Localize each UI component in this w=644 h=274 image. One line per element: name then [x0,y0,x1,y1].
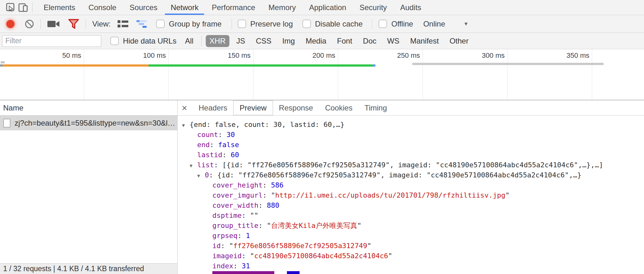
tree-segment-key: 0 [205,171,209,179]
toolbar-separator-2 [86,19,86,29]
tree-segment-str: cc48190e57100864abc4d55a2c4104c6 [254,252,388,260]
tree-segment-plain: " [229,242,233,250]
disable-cache-checkbox[interactable] [302,20,311,28]
request-row[interactable]: zj?ch=beauty&t1=595&listtype=new&sn=30&l… [0,116,177,130]
name-column-header[interactable]: Name [0,100,177,116]
tab-memory[interactable]: Memory [262,0,303,15]
filter-funnel-icon[interactable] [68,19,79,29]
tab-security[interactable]: Security [353,0,394,15]
waterfall-view-icon[interactable] [137,20,148,28]
content-download-bar [149,64,373,67]
panel-tabs: ElementsConsoleSourcesNetworkPerformance… [37,0,428,15]
timeline-tick-label: 150 ms [181,51,251,60]
hide-data-urls-checkbox[interactable] [110,37,119,45]
timeline-gridline [338,49,338,100]
queued-segment [0,64,3,67]
tree-segment-key: dsptime [212,211,242,219]
detail-tab-timing[interactable]: Timing [358,100,393,115]
detail-tab-cookies[interactable]: Cookies [319,100,359,115]
offline-checkbox[interactable] [379,20,387,28]
tree-segment-plain: " [267,222,271,229]
tab-sources[interactable]: Sources [123,0,164,15]
detail-tab-response[interactable]: Response [273,100,319,115]
tree-segment-plain: " [271,191,275,199]
toolbar-separator-3 [232,19,232,29]
filter-type-other[interactable]: Other [446,35,472,47]
timeline-gridline [253,49,253,100]
group-by-frame-label[interactable]: Group by frame [169,20,222,28]
tree-segment-plain: " [388,252,392,260]
tree-line: group_title: "台湾美女Kila户外唯美写真" [178,221,644,231]
devtools-window: ElementsConsoleSourcesNetworkPerformance… [0,0,644,274]
expand-arrow-icon[interactable]: ▼ [182,120,190,130]
disable-cache-label[interactable]: Disable cache [315,20,363,28]
tree-segment-key: cover_height [212,181,263,189]
requests-summary: 1 / 32 requests | 4.1 KB / 4.1 KB transf… [3,265,144,273]
tree-segment-num: false [218,141,239,149]
tree-segment-num: 60 [231,151,239,159]
name-column-label: Name [3,104,23,112]
timeline-overview[interactable]: 50 ms100 ms150 ms200 ms250 ms300 ms350 m… [0,49,644,100]
tree-segment-key: list [197,161,214,169]
group-by-frame-checkbox[interactable] [156,20,165,28]
throttling-select[interactable]: Online ▼ [423,20,468,28]
filter-input[interactable] [2,35,101,47]
tree-segment-plain: : [233,262,242,270]
inspect-icon[interactable] [4,2,17,13]
tree-segment-plain: : [242,252,250,260]
network-toolbar: View: Group by frame Preserve log [0,15,644,33]
detail-tabs: HeadersPreviewResponseCookiesTiming [193,100,393,115]
screenshot-camera-icon[interactable] [47,20,60,28]
network-filterbar: Hide data URLs AllXHRJSCSSImgMediaFontDo… [0,33,644,49]
hide-data-urls-label[interactable]: Hide data URLs [123,37,176,45]
tree-segment-plain: : [263,181,271,189]
filter-type-css[interactable]: CSS [252,35,275,47]
tree-segment-plain: : [258,222,267,229]
close-icon[interactable]: × [178,100,193,115]
preserve-log-checkbox[interactable] [238,20,246,28]
filter-type-img[interactable]: Img [278,35,299,47]
tree-line: ▼{end: false, count: 30, lastid: 60,…} [178,120,644,130]
tree-segment-plain: : [209,171,217,179]
throttling-value: Online [423,20,445,28]
tab-audits[interactable]: Audits [393,0,428,15]
tree-segment-key: cover_width [212,201,258,209]
offline-label[interactable]: Offline [391,20,413,28]
filter-type-manifest[interactable]: Manifest [406,35,443,47]
filter-type-font[interactable]: Font [333,35,356,47]
request-name: zj?ch=beauty&t1=595&listtype=new&sn=30&l… [15,119,175,128]
expand-arrow-icon[interactable]: ▼ [197,171,205,181]
filter-type-xhr[interactable]: XHR [206,35,229,47]
tree-line: grpseq: 1 [178,231,644,241]
expand-arrow-icon[interactable]: ▼ [190,161,197,171]
device-toolbar-icon[interactable] [17,2,30,13]
tree-segment-key: count [197,131,218,139]
tree-segment-plain: : [263,191,271,199]
filter-type-media[interactable]: Media [302,35,330,47]
tab-network[interactable]: Network [164,0,205,15]
tab-console[interactable]: Console [82,0,123,15]
record-icon[interactable] [6,20,15,28]
filter-type-ws[interactable]: WS [383,35,403,47]
timeline-tick-label: 350 ms [520,51,589,60]
filter-type-js[interactable]: JS [233,35,249,47]
clear-icon[interactable] [25,19,34,29]
tree-line: count: 30 [178,130,644,140]
panel-tabbar: ElementsConsoleSourcesNetworkPerformance… [0,0,644,15]
tree-segment-plain: : [237,232,246,240]
preview-json-tree: ▼{end: false, count: 30, lastid: 60,…}co… [178,116,644,274]
detail-tab-preview[interactable]: Preview [233,100,273,115]
detail-tab-headers[interactable]: Headers [193,100,234,115]
tree-line: lastid: 60 [178,150,644,160]
tab-application[interactable]: Application [302,0,353,15]
list-view-icon[interactable] [118,20,128,28]
filter-type-doc[interactable]: Doc [359,35,380,47]
tab-performance[interactable]: Performance [205,0,262,15]
filter-type-all[interactable]: All [181,35,197,47]
tree-segment-str: http://i1.umei.cc/uploads/tu/201701/798/… [275,191,505,199]
tab-elements[interactable]: Elements [37,0,82,15]
tree-line: ▼list: [{id: "ff276e8056f58896e7cf92505a… [178,160,644,170]
tree-line: ▼0: {id: "ff276e8056f58896e7cf92505a3127… [178,170,644,180]
preserve-log-label[interactable]: Preserve log [250,20,293,28]
timeline-tick-label: 250 ms [350,51,420,60]
